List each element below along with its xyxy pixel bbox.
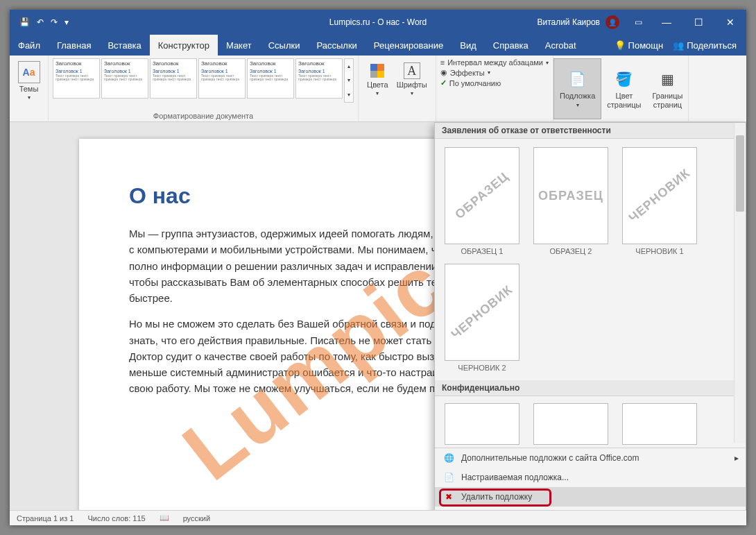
wm-draft-1[interactable]: ЧЕРНОВИКЧЕРНОВИК 1 [622,147,697,255]
scrollbar-thumb[interactable] [736,135,744,212]
tab-home[interactable]: Главная [49,35,99,56]
tell-me[interactable]: 💡Помощн [615,40,664,51]
user-name: Виталий Каиров [537,17,600,27]
watermark-icon: 📄 [567,68,589,90]
paragraph-spacing[interactable]: ≡Интервал между абзацами ▾ [440,58,549,67]
qat-dropdown-icon[interactable]: ▾ [65,17,69,27]
themes-icon: Aa [18,61,40,83]
effects-button[interactable]: ◉Эффекты ▾ [440,68,549,77]
user-area[interactable]: Виталий Каиров 👤 ▭ [537,15,642,29]
save-icon[interactable]: 💾 [19,17,30,27]
dd-custom-watermark[interactable]: 📄Настраиваемая подложка... [435,468,746,487]
avatar[interactable]: 👤 [605,15,619,29]
style-set-1[interactable]: ЗаголовокЗаголовок 1Текст примера текст … [53,58,100,99]
globe-icon: 🌐 [443,452,454,464]
share-icon: 👥 [673,40,684,51]
wm-sample-2[interactable]: ОБРАЗЕЦОБРАЗЕЦ 2 [533,147,608,255]
window-controls: — ☐ ✕ [651,10,746,35]
dd-remove-watermark[interactable]: ✖Удалить подложку [435,487,746,507]
fonts-button[interactable]: A Шрифты▾ [393,61,431,98]
wm-conf-2[interactable] [533,403,608,445]
dd-scrollbar[interactable] [734,123,746,443]
statusbar: Страница 1 из 1 Число слов: 115 📖 русски… [10,510,746,525]
share-button[interactable]: 👥Поделиться [673,40,737,51]
colors-button[interactable]: Цвета▾ [363,61,393,98]
word-window: 💾 ↶ ↷ ▾ Lumpics.ru - О нас - Word Витали… [10,10,746,525]
style-set-5[interactable]: ЗаголовокЗаголовок 1Текст примера текст … [247,58,294,99]
style-set-4[interactable]: ЗаголовокЗаголовок 1Текст примера текст … [198,58,246,99]
tab-acrobat[interactable]: Acrobat [537,35,585,56]
style-set-2[interactable]: ЗаголовокЗаголовок 1Текст примера текст … [101,58,148,99]
undo-icon[interactable]: ↶ [37,17,44,27]
redo-icon[interactable]: ↷ [51,17,58,27]
wm-conf-1[interactable] [445,403,519,445]
page-color-button[interactable]: 🪣 Цвет страницы [601,58,646,119]
minimize-button[interactable]: — [651,10,682,35]
style-gallery[interactable]: ЗаголовокЗаголовок 1Текст примера текст … [53,58,354,103]
style-set-3[interactable]: ЗаголовокЗаголовок 1Текст примера текст … [150,58,197,99]
dd-grid-2 [435,396,746,448]
tab-help[interactable]: Справка [485,35,537,56]
dd-grid-1b: ЧЕРНОВИКЧЕРНОВИК 2 [435,264,746,380]
page-borders-button[interactable]: ▦ Границы страниц [646,58,688,119]
tab-mailings[interactable]: Рассылки [308,35,365,56]
tab-review[interactable]: Рецензирование [366,35,452,56]
style-set-6[interactable]: ЗаголовокЗаголовок 1Текст примера текст … [295,58,343,99]
tab-design[interactable]: Конструктор [150,35,218,56]
ribbon-options-icon[interactable]: ▭ [635,17,642,27]
themes-group: Aa Темы ▾ [10,56,49,121]
sb-spellcheck-icon[interactable]: 📖 [160,513,169,523]
wm-draft-2[interactable]: ЧЕРНОВИКЧЕРНОВИК 2 [445,264,519,372]
dd-section-confidential: Конфиденциально [435,380,746,396]
ribbon: Aa Темы ▾ ЗаголовокЗаголовок 1Текст прим… [10,56,746,122]
check-icon: ✓ [440,78,447,87]
sb-page[interactable]: Страница 1 из 1 [17,514,74,523]
gallery-scroll[interactable]: ▴▾▾ [344,58,354,103]
dd-grid-1: ОБРАЗЕЦОБРАЗЕЦ 1 ОБРАЗЕЦОБРАЗЕЦ 2 ЧЕРНОВ… [435,139,746,264]
fonts-icon: A [404,62,420,79]
page-borders-icon: ▦ [656,68,678,90]
tab-view[interactable]: Вид [452,35,485,56]
wm-conf-3[interactable] [622,403,697,445]
watermark-dropdown: Заявления об отказе от ответственности О… [434,122,746,525]
chevron-right-icon: ▸ [734,453,739,463]
spacing-icon: ≡ [440,58,445,67]
sb-words[interactable]: Число слов: 115 [87,514,145,523]
page-background-group: 📄 Подложка▾ 🪣 Цвет страницы ▦ Границы ст… [553,56,689,121]
dd-section-disclaimers: Заявления об отказе от ответственности [435,123,746,139]
tab-insert[interactable]: Вставка [99,35,149,56]
colors-icon [370,64,384,78]
page-color-icon: 🪣 [613,68,635,90]
themes-button[interactable]: Aa Темы ▾ [15,58,43,103]
tab-references[interactable]: Ссылки [260,35,309,56]
sb-language[interactable]: русский [183,514,210,523]
page-icon: 📄 [443,472,454,483]
tab-file[interactable]: Файл [10,35,49,56]
quick-access-toolbar: 💾 ↶ ↷ ▾ [10,17,69,27]
titlebar: 💾 ↶ ↷ ▾ Lumpics.ru - О нас - Word Витали… [10,10,746,35]
lightbulb-icon: 💡 [615,40,626,51]
colors-fonts-group: Цвета▾ A Шрифты▾ [359,56,436,121]
wm-sample-1[interactable]: ОБРАЗЕЦОБРАЗЕЦ 1 [445,147,519,255]
chevron-down-icon: ▾ [28,94,31,101]
tab-layout[interactable]: Макет [218,35,260,56]
watermark-button[interactable]: 📄 Подложка▾ [553,58,601,119]
ribbon-tabs: Файл Главная Вставка Конструктор Макет С… [10,35,746,56]
paragraph-options: ≡Интервал между абзацами ▾ ◉Эффекты ▾ ✓П… [436,56,553,121]
effects-icon: ◉ [440,68,447,77]
dd-more-office[interactable]: 🌐Дополнительные подложки с сайта Office.… [435,448,746,468]
window-title: Lumpics.ru - О нас - Word [329,17,427,27]
document-formatting-group: ЗаголовокЗаголовок 1Текст примера текст … [49,56,359,121]
set-default[interactable]: ✓По умолчанию [440,78,549,87]
maximize-button[interactable]: ☐ [682,10,714,35]
close-button[interactable]: ✕ [714,10,746,35]
remove-icon: ✖ [443,491,454,502]
